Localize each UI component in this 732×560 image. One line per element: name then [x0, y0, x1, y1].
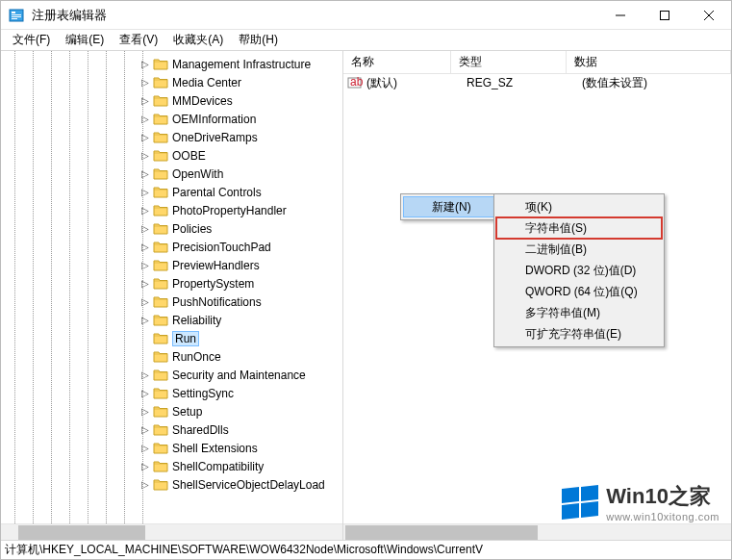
chevron-right-icon[interactable]: ▷	[139, 388, 151, 398]
tree-item[interactable]: ▷Policies	[1, 219, 342, 238]
folder-icon	[153, 75, 168, 90]
chevron-right-icon[interactable]: ▷	[139, 296, 151, 307]
folder-icon	[153, 349, 168, 365]
chevron-right-icon[interactable]: ▷	[139, 77, 151, 88]
chevron-right-icon[interactable]: ▷	[139, 278, 151, 289]
scrollbar-thumb[interactable]	[345, 525, 538, 540]
chevron-right-icon[interactable]: ▷	[139, 443, 151, 453]
tree-item-label: PreviewHandlers	[172, 259, 260, 272]
folder-icon	[153, 477, 168, 493]
tree-item[interactable]: ▷Setup	[1, 402, 342, 420]
tree-item[interactable]: ▷PushNotifications	[1, 293, 342, 311]
tree-item[interactable]: ▷Media Center	[1, 73, 342, 91]
new-qword-value[interactable]: QWORD (64 位)值(Q)	[496, 281, 662, 302]
tree-item[interactable]: ▷OpenWith	[1, 165, 342, 183]
tree-item[interactable]: ▷SettingSync	[1, 384, 342, 402]
tree-item[interactable]: ▷PhotoPropertyHandler	[1, 201, 342, 219]
maximize-button[interactable]	[643, 1, 687, 30]
tree-item-label: Media Center	[172, 76, 241, 89]
column-header-data[interactable]: 数据	[567, 51, 731, 73]
tree-item[interactable]: Run	[1, 329, 342, 347]
windows-logo-icon	[562, 485, 598, 520]
registry-tree[interactable]: ▷Management Infrastructure▷Media Center▷…	[1, 51, 342, 523]
new-binary-value[interactable]: 二进制值(B)	[496, 239, 662, 260]
tree-item[interactable]: ▷Shell Extensions	[1, 439, 342, 457]
tree-item[interactable]: ▷MMDevices	[1, 91, 342, 110]
tree-item[interactable]: ▷ShellCompatibility	[1, 457, 342, 475]
tree-item[interactable]: ▷PropertySystem	[1, 274, 342, 293]
scrollbar-thumb[interactable]	[18, 525, 145, 540]
menu-label: 可扩充字符串值(E)	[525, 326, 621, 343]
menu-help[interactable]: 帮助(H)	[231, 30, 286, 50]
chevron-right-icon[interactable]: ▷	[139, 59, 151, 69]
value-name: (默认)	[366, 75, 467, 91]
minimize-button[interactable]	[598, 1, 643, 30]
value-data: (数值未设置)	[582, 75, 731, 91]
tree-item-label: SharedDlls	[172, 423, 229, 437]
menu-edit[interactable]: 编辑(E)	[58, 30, 112, 50]
chevron-right-icon[interactable]: ▷	[139, 260, 151, 270]
tree-item[interactable]: ▷SharedDlls	[1, 420, 342, 439]
window-controls	[598, 1, 731, 30]
tree-item[interactable]: ▷ShellServiceObjectDelayLoad	[1, 475, 342, 494]
menu-label: 二进制值(B)	[525, 242, 587, 258]
chevron-right-icon[interactable]: ▷	[139, 150, 151, 161]
folder-icon	[153, 276, 168, 292]
new-dword-value[interactable]: DWORD (32 位)值(D)	[496, 260, 662, 281]
tree-item-label: Shell Extensions	[172, 442, 258, 455]
tree-horizontal-scrollbar[interactable]	[1, 523, 342, 540]
tree-item[interactable]: ▷Management Infrastructure	[1, 55, 342, 73]
menu-file[interactable]: 文件(F)	[5, 30, 58, 50]
chevron-right-icon[interactable]: ▷	[139, 114, 151, 124]
new-string-value[interactable]: 字符串值(S)	[496, 217, 662, 239]
tree-item[interactable]: RunOnce	[1, 347, 342, 366]
tree-item-label: Setup	[172, 405, 202, 419]
menu-view[interactable]: 查看(V)	[112, 30, 165, 50]
chevron-right-icon[interactable]: ▷	[139, 424, 151, 435]
tree-item[interactable]: ▷PreviewHandlers	[1, 256, 342, 274]
chevron-right-icon[interactable]: ▷	[139, 205, 151, 216]
chevron-right-icon[interactable]: ▷	[139, 406, 151, 417]
chevron-right-icon[interactable]: ▷	[139, 242, 151, 252]
tree-item-label: Management Infrastructure	[172, 58, 311, 71]
list-horizontal-scrollbar[interactable]	[343, 523, 731, 540]
tree-item[interactable]: ▷Security and Maintenance	[1, 366, 342, 384]
context-menu-label: 新建(N)	[432, 199, 471, 216]
folder-icon	[153, 57, 168, 72]
tree-item-label: SettingSync	[172, 387, 234, 400]
tree-item[interactable]: ▷OneDriveRamps	[1, 128, 342, 146]
window-title: 注册表编辑器	[32, 7, 598, 24]
tree-item[interactable]: ▷OEMInformation	[1, 110, 342, 128]
tree-item[interactable]: ▷PrecisionTouchPad	[1, 238, 342, 256]
column-header-type[interactable]: 类型	[451, 51, 567, 73]
tree-item[interactable]: ▷Reliability	[1, 311, 342, 329]
value-type: REG_SZ	[467, 76, 582, 89]
svg-text:ab: ab	[350, 75, 363, 89]
close-button[interactable]	[687, 1, 731, 30]
chevron-right-icon[interactable]: ▷	[139, 479, 151, 490]
tree-item[interactable]: ▷Parental Controls	[1, 183, 342, 201]
menu-favorites[interactable]: 收藏夹(A)	[165, 30, 231, 50]
chevron-right-icon[interactable]: ▷	[139, 461, 151, 471]
new-expandstring-value[interactable]: 可扩充字符串值(E)	[496, 323, 662, 344]
chevron-right-icon[interactable]: ▷	[139, 132, 151, 142]
tree-item-label: PushNotifications	[172, 295, 262, 309]
column-header-name[interactable]: 名称	[343, 51, 451, 73]
chevron-right-icon[interactable]: ▷	[139, 369, 151, 380]
folder-icon	[153, 93, 168, 109]
new-key[interactable]: 项(K)	[496, 196, 662, 217]
folder-icon	[153, 459, 168, 474]
value-list[interactable]: ab(默认)REG_SZ(数值未设置)	[343, 74, 731, 91]
watermark-title: Win10之家	[606, 482, 719, 511]
folder-icon	[153, 166, 168, 182]
new-multistring-value[interactable]: 多字符串值(M)	[496, 302, 662, 323]
tree-item-label: RunOnce	[172, 350, 221, 364]
chevron-right-icon[interactable]: ▷	[139, 168, 151, 179]
chevron-right-icon[interactable]: ▷	[139, 315, 151, 325]
folder-icon	[153, 130, 168, 145]
chevron-right-icon[interactable]: ▷	[139, 95, 151, 106]
chevron-right-icon[interactable]: ▷	[139, 223, 151, 234]
chevron-right-icon[interactable]: ▷	[139, 187, 151, 197]
tree-item[interactable]: ▷OOBE	[1, 146, 342, 165]
value-row[interactable]: ab(默认)REG_SZ(数值未设置)	[343, 74, 731, 91]
